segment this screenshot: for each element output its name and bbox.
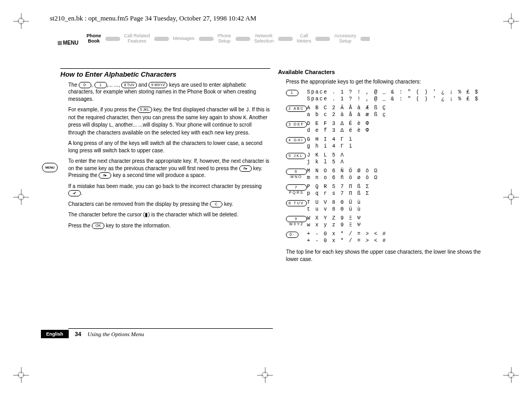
paragraph: If a mistake has been made, you can go b…: [68, 183, 270, 197]
paragraph: A long press of any of the keys will swi…: [68, 140, 270, 154]
key-icon: #▸: [99, 172, 111, 179]
crop-mark-icon: [13, 367, 29, 383]
connector-icon: [360, 37, 370, 41]
paragraph: For example, if you press the 5 JKL key,…: [68, 106, 270, 136]
sub-title: Available Characters: [278, 68, 488, 76]
key-icon: 6 MNO: [286, 169, 307, 175]
key-icon: 3 DEF: [286, 121, 307, 128]
key-icon: OK: [92, 223, 104, 229]
key-cell: 5 JKL: [286, 152, 307, 165]
section-name: Using the Options Menu: [88, 331, 144, 337]
key-icon: 9 WXYZ: [148, 82, 167, 88]
paragraph: To enter the next character press the ap…: [68, 158, 270, 179]
char-lines: W X Y Z 9 Ξ Ψw x y z 9 Ξ Ψ: [307, 215, 488, 228]
char-lines: A B C 2 Ä Å à Æ ß Ça b c 2 ä å à æ ß ç: [307, 105, 488, 118]
menu-item-messages: Messages: [173, 36, 195, 41]
crop-mark-icon: [257, 367, 273, 383]
key-cell: 2 ABC: [286, 105, 307, 118]
connector-icon: [315, 37, 330, 41]
connector-icon: [105, 37, 120, 41]
menu-item-call-meters: Call Meters: [297, 34, 312, 44]
key-cell: 4 GHI: [286, 136, 307, 150]
paragraph: The 0·, 1,... ..., 8 TUV and 9 WXYZ keys…: [68, 81, 270, 103]
char-lines: T U V 8 Θ Ü ùt u v 8 Θ ü ù: [307, 199, 488, 213]
char-lines: P Q R S 7 Π ß Σp q r s 7 Π ß Σ: [307, 183, 488, 197]
key-icon: 0·: [286, 232, 299, 238]
crop-mark-icon: [13, 13, 29, 29]
character-table: 1Space . 1 ? ! , @ _ & : " ( ) ' ¿ ¡ % £…: [286, 89, 488, 244]
crop-mark-icon: [503, 189, 519, 205]
key-cell: 8 TUV: [286, 199, 307, 213]
key-icon: 0·: [79, 82, 91, 88]
left-column: How to Enter Alphabetic Characters The 0…: [68, 68, 270, 266]
key-icon: 5 JKL: [137, 107, 152, 113]
menu-label: MENU: [58, 40, 78, 46]
page-header: st210_en.bk : opt_menu.fm5 Page 34 Tuesd…: [50, 14, 256, 23]
paragraph: Press the appropriate keys to get the fo…: [286, 78, 488, 86]
menu-item-call-related: Call Related Features: [124, 34, 150, 44]
page-footer: English 34 Using the Options Menu: [41, 330, 144, 338]
key-icon: C: [210, 201, 222, 207]
footer-rule: [68, 328, 273, 329]
key-cell: 7 PQRS: [286, 183, 307, 197]
menu-nav: MENU Phone Book Call Related Features Me…: [58, 34, 488, 54]
key-icon: 1: [286, 90, 299, 96]
crop-mark-icon: [13, 189, 29, 205]
paragraph: The character before the cursor (▮) is t…: [68, 211, 270, 218]
key-cell: 9 WXYZ: [286, 215, 307, 228]
key-icon: 5 JKL: [286, 153, 306, 159]
key-icon: 2 ABC: [286, 106, 307, 112]
key-icon: 4 GHI: [286, 137, 306, 143]
menu-item-phone-setup: Phone Setup: [218, 34, 231, 44]
page-number: 34: [75, 331, 81, 337]
menu-item-accessory: Accessory Setup: [334, 34, 356, 44]
key-cell: 6 MNO: [286, 168, 307, 181]
key-cell: 0·: [286, 231, 307, 244]
section-title: How to Enter Alphabetic Characters: [60, 68, 270, 79]
menu-item-network: Network Selection: [254, 34, 274, 44]
menu-badge-icon: MENU: [42, 163, 58, 172]
crop-mark-icon: [503, 367, 519, 383]
char-lines: M N O 6 Ñ Ö Ø ò Ωm n o 6 ñ ö ø ò Ω: [307, 168, 488, 181]
key-icon: 8 TUV: [121, 82, 137, 88]
paragraph: Press the key to store the information.O…: [68, 222, 270, 230]
key-icon: 1: [94, 82, 107, 88]
key-cell: 3 DEF: [286, 120, 307, 134]
char-lines: D E F 3 Δ É è Φd e f 3 Δ é è Φ: [307, 120, 488, 134]
right-column: Available Characters Press the appropria…: [286, 68, 488, 266]
connector-icon: [199, 37, 214, 41]
key-icon: #▸: [239, 165, 252, 172]
menu-item-phone-book: Phone Book: [87, 34, 101, 44]
key-icon: ◂*: [68, 190, 81, 196]
connector-icon: [154, 37, 169, 41]
char-lines: J K L 5 Λj k l 5 Λ: [307, 152, 488, 165]
char-lines: + - 0 x * / = > < #+ - 0 x * / = > < #: [307, 231, 488, 244]
paragraph: Characters can be removed from the displ…: [68, 201, 270, 208]
crop-mark-icon: [503, 13, 519, 29]
char-lines: Space . 1 ? ! , @ _ & : " ( ) ' ¿ ¡ % £ …: [307, 89, 488, 102]
connector-icon: [236, 37, 250, 41]
connector-icon: [278, 37, 293, 41]
key-icon: 7 PQRS: [286, 184, 307, 191]
language-badge: English: [41, 330, 69, 338]
key-icon: 8 TUV: [286, 200, 307, 206]
key-icon: 9 WXYZ: [286, 216, 307, 222]
key-cell: 1: [286, 89, 307, 102]
char-lines: G H I 4 Γ ìg h i 4 Γ ì: [307, 136, 488, 150]
paragraph: The top line for each key shows the uppe…: [286, 248, 488, 263]
